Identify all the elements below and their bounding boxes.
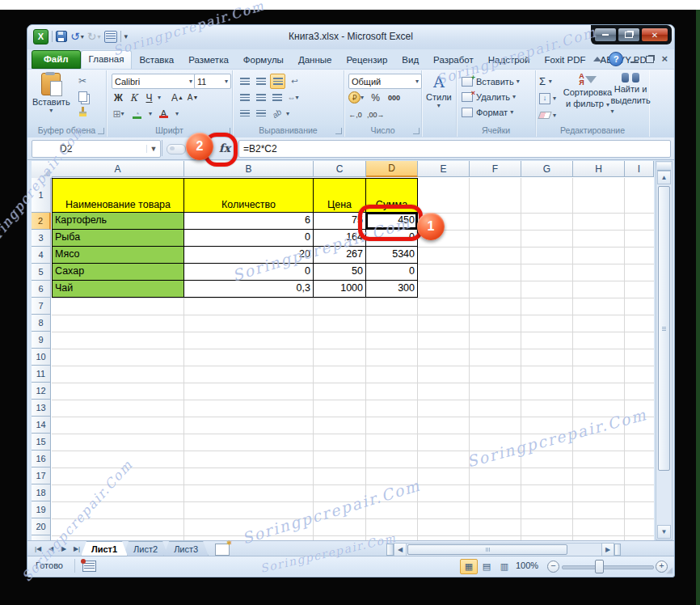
row-header-4[interactable]: 4 bbox=[32, 247, 51, 264]
scroll-left-arrow[interactable]: ◀ bbox=[394, 543, 407, 556]
tab-Разметка[interactable]: Разметка bbox=[181, 52, 236, 69]
number-dialog-launcher[interactable] bbox=[413, 128, 420, 134]
tab-Файл[interactable]: Файл bbox=[32, 50, 81, 69]
italic-button[interactable]: К bbox=[127, 91, 141, 104]
tab-Foxit PDF[interactable]: Foxit PDF bbox=[537, 52, 592, 69]
cell-B3[interactable]: 0 bbox=[184, 230, 314, 247]
align-top-button[interactable] bbox=[238, 74, 251, 88]
cell-D4[interactable]: 5340 bbox=[366, 247, 418, 264]
row-header-17[interactable]: 17 bbox=[32, 468, 51, 484]
tab-Вид[interactable]: Вид bbox=[394, 52, 426, 69]
row-header-2[interactable]: 2 bbox=[32, 213, 51, 230]
underline-button[interactable]: Ч bbox=[142, 91, 156, 104]
row-header-19[interactable]: 19 bbox=[32, 501, 51, 518]
cell-D6[interactable]: 300 bbox=[366, 281, 418, 298]
cell-B4[interactable]: 20 bbox=[184, 247, 314, 264]
autosum-button[interactable]: Σ ▾ bbox=[539, 74, 556, 89]
row-header-13[interactable]: 13 bbox=[32, 400, 51, 417]
font-color-button[interactable]: А bbox=[157, 107, 171, 121]
cell-D5[interactable]: 0 bbox=[366, 264, 418, 281]
vertical-scroll-thumb[interactable] bbox=[658, 186, 670, 471]
cell-styles-button[interactable]: А Стили ▾ bbox=[426, 73, 452, 108]
row-header-1[interactable]: 1 bbox=[32, 178, 51, 213]
close-button[interactable]: ✕ bbox=[641, 28, 668, 42]
minimize-button[interactable] bbox=[594, 28, 617, 42]
macro-record-icon[interactable] bbox=[82, 561, 96, 572]
column-header-H[interactable]: H bbox=[573, 161, 625, 177]
format-cells-button[interactable]: Формат ▾ bbox=[462, 104, 520, 120]
cell-A4[interactable]: Мясо bbox=[52, 247, 184, 264]
decrease-decimal-button[interactable]: ,00→ bbox=[367, 108, 385, 121]
borders-button[interactable]: ⊞▾ bbox=[112, 107, 125, 121]
cut-button[interactable]: ✂ bbox=[74, 74, 91, 88]
tab-Рецензир[interactable]: Рецензир bbox=[339, 52, 394, 69]
column-header-D[interactable]: D bbox=[366, 161, 418, 177]
clear-button[interactable]: ▾ bbox=[539, 108, 556, 123]
row-header-6[interactable]: 6 bbox=[32, 281, 51, 298]
wrap-text-button[interactable]: ↩ bbox=[288, 74, 302, 88]
find-select-button[interactable]: Найти и выделить ▾ bbox=[612, 73, 649, 115]
align-left-button[interactable] bbox=[238, 91, 251, 104]
row-header-11[interactable]: 11 bbox=[32, 366, 51, 383]
percent-style-button[interactable]: % bbox=[369, 91, 382, 104]
paste-button[interactable]: Вставить ▾ bbox=[32, 73, 70, 112]
column-header-I[interactable]: I bbox=[625, 161, 654, 177]
tab-Разработ[interactable]: Разработ bbox=[426, 52, 481, 69]
cell-A2[interactable]: Картофель bbox=[52, 213, 184, 230]
scroll-right-arrow[interactable]: ▶ bbox=[601, 543, 614, 556]
first-sheet-button[interactable]: |◀ bbox=[32, 543, 44, 554]
zoom-slider-track[interactable] bbox=[562, 565, 654, 569]
cell-C5[interactable]: 50 bbox=[314, 264, 366, 281]
tab-Данные[interactable]: Данные bbox=[291, 52, 339, 69]
row-header-15[interactable]: 15 bbox=[32, 434, 51, 451]
insert-cells-button[interactable]: +Вставить ▾ bbox=[462, 74, 520, 89]
row-header-16[interactable]: 16 bbox=[32, 451, 51, 468]
copy-button[interactable] bbox=[74, 89, 91, 104]
next-sheet-button[interactable]: ▶ bbox=[58, 543, 70, 554]
minimize-ribbon-icon[interactable] bbox=[593, 57, 601, 61]
formula-bar-handle[interactable] bbox=[167, 144, 186, 154]
align-center-button[interactable] bbox=[254, 91, 268, 104]
column-header-F[interactable]: F bbox=[470, 161, 521, 177]
vertical-scrollbar[interactable]: ▲ ▼ bbox=[656, 161, 673, 540]
cell-A5[interactable]: Сахар bbox=[52, 264, 184, 281]
cell-A3[interactable]: Рыба bbox=[52, 230, 184, 247]
format-painter-button[interactable] bbox=[74, 104, 91, 119]
workbook-restore-icon[interactable] bbox=[646, 56, 654, 63]
tab-Формулы[interactable]: Формулы bbox=[236, 52, 291, 69]
chevron-down-icon[interactable]: ▼ bbox=[146, 145, 160, 153]
comma-style-button[interactable]: 000 bbox=[387, 91, 401, 104]
number-format-select[interactable]: Общий▾ bbox=[348, 74, 422, 89]
align-bottom-button[interactable] bbox=[270, 74, 285, 89]
column-header-A[interactable]: A bbox=[52, 161, 184, 177]
cell-C4[interactable]: 267 bbox=[314, 247, 366, 264]
sort-filter-button[interactable]: АЯ Сортировка и фильтр ▾ bbox=[565, 73, 610, 108]
row-header-12[interactable]: 12 bbox=[32, 383, 51, 400]
scroll-up-arrow[interactable]: ▲ bbox=[657, 171, 671, 184]
restore-button[interactable] bbox=[618, 28, 640, 42]
column-header-C[interactable]: C bbox=[314, 161, 366, 177]
column-header-E[interactable]: E bbox=[418, 161, 470, 177]
cell-C6[interactable]: 1000 bbox=[314, 281, 366, 298]
sheet-tab-Лист1[interactable]: Лист1 bbox=[81, 541, 128, 556]
name-box[interactable]: D2 ▼ bbox=[32, 140, 161, 158]
vertical-split-handle[interactable] bbox=[657, 163, 671, 171]
bold-button[interactable]: Ж bbox=[112, 91, 125, 104]
table-header-cell[interactable]: Цена bbox=[314, 178, 366, 213]
workbook-minimize-icon[interactable] bbox=[630, 55, 639, 63]
tab-Надстрой[interactable]: Надстрой bbox=[481, 52, 538, 69]
horizontal-scrollbar[interactable] bbox=[406, 543, 602, 556]
normal-view-button[interactable]: ▦ bbox=[460, 559, 478, 574]
row-header-20[interactable]: 20 bbox=[32, 518, 51, 535]
zoom-slider-thumb[interactable] bbox=[595, 560, 604, 573]
tab-Главная[interactable]: Главная bbox=[81, 50, 133, 69]
tab-split-handle[interactable] bbox=[386, 544, 394, 556]
cell-B5[interactable]: 0 bbox=[184, 264, 314, 281]
decrease-indent-button[interactable] bbox=[238, 107, 251, 121]
formula-input[interactable]: =B2*C2 bbox=[238, 140, 671, 158]
increase-decimal-button[interactable]: ←,0 bbox=[348, 108, 362, 121]
row-header-10[interactable]: 10 bbox=[32, 349, 51, 366]
fill-button[interactable]: ↓ ▾ bbox=[539, 91, 556, 106]
row-header-7[interactable]: 7 bbox=[32, 298, 51, 315]
help-icon[interactable]: ? bbox=[609, 52, 623, 66]
